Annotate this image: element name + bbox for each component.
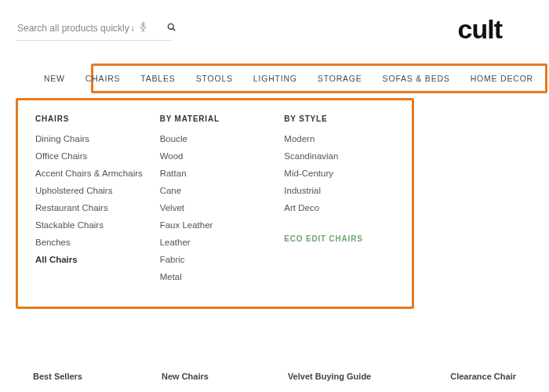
nav-chairs[interactable]: CHAIRS xyxy=(75,71,130,86)
link-faux-leather[interactable]: Faux Leather xyxy=(160,220,271,230)
footer-new-chairs[interactable]: New Chairs xyxy=(162,372,209,381)
link-velvet[interactable]: Velvet xyxy=(160,203,271,212)
link-cane[interactable]: Cane xyxy=(160,186,271,195)
link-rattan[interactable]: Rattan xyxy=(160,169,271,178)
link-boucle[interactable]: Boucle xyxy=(160,134,271,143)
search-icon[interactable] xyxy=(167,23,176,34)
link-accent-chairs[interactable]: Accent Chairs & Armchairs xyxy=(35,169,146,178)
footer-velvet-guide[interactable]: Velvet Buying Guide xyxy=(288,372,371,381)
link-industrial[interactable]: Industrial xyxy=(284,186,394,195)
footer-clearance[interactable]: Clearance Chair xyxy=(450,372,516,381)
mega-head-style: BY STYLE xyxy=(284,114,394,123)
mega-head-chairs: CHAIRS xyxy=(35,114,146,123)
svg-rect-0 xyxy=(142,22,145,27)
link-eco-edit[interactable]: ECO EDIT CHAIRS xyxy=(284,234,394,243)
main-nav: NEW CHAIRS TABLES STOOLS LIGHTING STORAG… xyxy=(91,64,547,93)
nav-storage[interactable]: STORAGE xyxy=(307,71,373,86)
link-leather[interactable]: Leather xyxy=(160,238,271,247)
link-restaurant-chairs[interactable]: Restaurant Chairs xyxy=(35,203,146,212)
mega-col-material: BY MATERIAL Boucle Wood Rattan Cane Velv… xyxy=(160,114,271,289)
footer-links: Best Sellers New Chairs Velvet Buying Gu… xyxy=(0,372,549,381)
brand-logo[interactable]: cult xyxy=(458,14,502,45)
mega-col-chairs: CHAIRS Dining Chairs Office Chairs Accen… xyxy=(35,114,146,289)
link-upholstered-chairs[interactable]: Upholstered Chairs xyxy=(35,186,146,195)
nav-stools[interactable]: STOOLS xyxy=(186,71,243,86)
footer-best-sellers[interactable]: Best Sellers xyxy=(33,372,82,381)
link-fabric[interactable]: Fabric xyxy=(160,255,271,264)
mega-head-material: BY MATERIAL xyxy=(160,114,271,123)
link-all-chairs[interactable]: All Chairs xyxy=(35,255,146,264)
link-art-deco[interactable]: Art Deco xyxy=(284,203,394,212)
nav-lighting[interactable]: LIGHTING xyxy=(243,71,307,86)
link-mid-century[interactable]: Mid-Century xyxy=(284,169,394,178)
nav-home-decor[interactable]: HOME DECOR xyxy=(460,71,544,86)
nav-new[interactable]: NEW xyxy=(34,71,75,86)
nav-tables[interactable]: TABLES xyxy=(130,71,185,86)
link-benches[interactable]: Benches xyxy=(35,238,146,247)
link-office-chairs[interactable]: Office Chairs xyxy=(35,151,146,161)
mega-col-style: BY STYLE Modern Scandinavian Mid-Century… xyxy=(284,114,394,289)
nav-sofas-beds[interactable]: SOFAS & BEDS xyxy=(373,71,460,86)
link-modern[interactable]: Modern xyxy=(284,134,394,143)
link-stackable-chairs[interactable]: Stackable Chairs xyxy=(35,220,146,230)
svg-point-3 xyxy=(168,24,173,29)
link-wood[interactable]: Wood xyxy=(160,151,271,161)
microphone-icon[interactable] xyxy=(139,21,147,34)
link-metal[interactable]: Metal xyxy=(160,272,271,281)
link-dining-chairs[interactable]: Dining Chairs xyxy=(35,134,146,143)
link-scandinavian[interactable]: Scandinavian xyxy=(284,151,394,161)
search-wrap xyxy=(16,18,173,41)
mega-menu-chairs: CHAIRS Dining Chairs Office Chairs Accen… xyxy=(16,98,414,309)
svg-line-4 xyxy=(173,29,176,31)
search-input[interactable] xyxy=(16,18,173,41)
